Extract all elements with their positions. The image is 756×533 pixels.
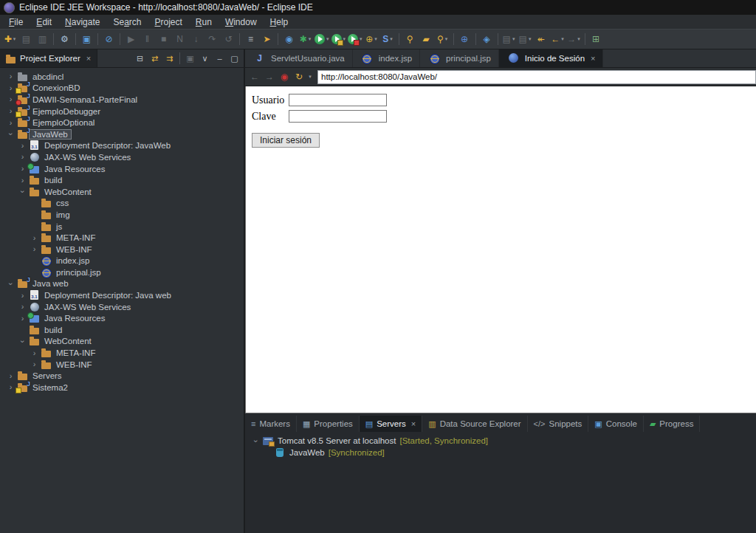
maximize-button[interactable]: ▢ (227, 52, 241, 65)
tree-item-servers[interactable]: ›Servers (0, 370, 244, 382)
tree-chevron-icon[interactable]: › (18, 142, 27, 150)
run-button[interactable]: ▾ (314, 32, 330, 47)
tree-item-webcontent[interactable]: ›WebContent (0, 186, 244, 198)
menu-help[interactable]: Help (264, 16, 295, 28)
use-step-filters-button[interactable]: ≡ (243, 32, 258, 47)
terminate-button[interactable]: ■ (156, 32, 171, 47)
step-into-button[interactable]: ↓ (188, 32, 204, 47)
tree-item-meta-inf[interactable]: ›META-INF (0, 347, 244, 359)
save-button[interactable]: ▤ (18, 32, 34, 47)
tree-item-deployment-descriptor-java-web[interactable]: ›Deployment Descriptor: Java web (0, 289, 244, 301)
tab-data-source-explorer[interactable]: ▥Data Source Explorer (422, 416, 527, 432)
usuario-input[interactable] (289, 94, 387, 106)
editor-tab-servletusuario-java[interactable]: JServletUsuario.java (245, 49, 353, 67)
menu-search[interactable]: Search (106, 16, 148, 28)
build-all-button[interactable]: ⚙ (57, 32, 72, 47)
menu-window[interactable]: Window (219, 16, 264, 28)
tree-item-webcontent[interactable]: ›WebContent (0, 336, 244, 348)
resume-button[interactable]: ▶ (123, 32, 139, 47)
tree-chevron-icon[interactable]: › (18, 314, 27, 323)
tree-item-web-inf[interactable]: ›WEB-INF (0, 359, 244, 371)
tree-item-web-inf[interactable]: ›WEB-INF (0, 244, 244, 255)
browser-forward-icon[interactable]: → (263, 70, 276, 83)
debug-button[interactable]: ✱▾ (298, 32, 313, 47)
search-button[interactable]: ⚲▾ (435, 32, 450, 47)
editor-tab-inicio-de-sesi-n[interactable]: Inicio de Sesión× (499, 49, 604, 67)
tree-chevron-icon[interactable]: › (7, 279, 15, 289)
link-with-editor-button[interactable]: ⇄ (148, 52, 162, 65)
profile-button[interactable]: ▾ (347, 32, 363, 47)
open-perspective-button[interactable]: ⊞ (588, 32, 604, 47)
tree-item-build[interactable]: build (0, 324, 244, 336)
browser-refresh-icon[interactable]: ↻ (292, 70, 306, 83)
tree-chevron-icon[interactable]: › (18, 303, 27, 311)
tree-chevron-icon[interactable]: › (6, 372, 16, 380)
tree-item-deployment-descriptor-javaweb[interactable]: ›Deployment Descriptor: JavaWeb (0, 140, 244, 152)
tree-item-sistema2[interactable]: ›Sistema2 (0, 382, 244, 393)
minimize-button[interactable]: – (213, 52, 227, 65)
browser-stop-icon[interactable]: ◉ (278, 70, 291, 83)
editor-tab-index-jsp[interactable]: index.jsp (353, 49, 420, 67)
editor-tab-principal-jsp[interactable]: principal.jsp (420, 49, 499, 67)
tree-chevron-icon[interactable]: › (30, 234, 39, 242)
open-resource-button[interactable]: ⚲ (402, 32, 418, 47)
last-edit-location-button[interactable]: ↞ (534, 32, 549, 47)
tab-servers[interactable]: ▤Servers× (360, 416, 422, 432)
step-return-button[interactable]: ↺ (221, 32, 236, 47)
disconnect-button[interactable]: N (172, 32, 188, 47)
tree-chevron-icon[interactable]: › (30, 245, 39, 253)
refresh-dropdown-icon[interactable]: ▾ (307, 70, 313, 83)
menu-file[interactable]: File (2, 16, 30, 28)
tree-chevron-icon[interactable]: › (18, 165, 27, 173)
menu-navigate[interactable]: Navigate (58, 16, 106, 28)
run-to-line-button[interactable]: ➤ (259, 32, 275, 47)
tree-chevron-icon[interactable]: › (252, 436, 260, 446)
tree-item-ejemplooptional[interactable]: ›EjemploOptional (0, 117, 244, 128)
tree-item-dawii-semana1-partefinal[interactable]: ›DAWII-Semana1-ParteFinal (0, 94, 244, 106)
tree-item-meta-inf[interactable]: ›META-INF (0, 232, 244, 244)
skip-all-breakpoints-button[interactable]: ⊘ (101, 32, 117, 47)
focus-active-task-button[interactable]: ⇉ (162, 52, 176, 65)
new-wizard-button[interactable]: ✚▾ (2, 32, 18, 47)
tab-project-explorer[interactable]: Project Explorer × (0, 49, 97, 67)
tree-item-principal-jsp[interactable]: principal.jsp (0, 266, 244, 278)
tab-properties[interactable]: ▦Properties (297, 416, 360, 432)
view-menu-button[interactable]: ∨ (198, 52, 212, 65)
previous-annotation-button[interactable]: ▤▾ (501, 32, 517, 47)
tree-chevron-icon[interactable]: › (6, 72, 16, 80)
tree-item-javaweb[interactable]: ›JavaWeb (0, 128, 244, 140)
tree-item-index-jsp[interactable]: index.jsp (0, 255, 244, 267)
tree-chevron-icon[interactable]: › (6, 383, 16, 391)
new-web-wizard-button[interactable]: ⊕▾ (364, 32, 379, 47)
tree-chevron-icon[interactable]: › (6, 107, 16, 115)
collapse-all-button[interactable]: ⊟ (133, 52, 147, 65)
tree-chevron-icon[interactable]: › (18, 176, 27, 185)
close-icon[interactable]: × (591, 54, 595, 63)
back-button[interactable]: ←▾ (550, 32, 566, 47)
tree-chevron-icon[interactable]: › (18, 337, 27, 346)
new-servlet-button[interactable]: S▾ (380, 32, 396, 47)
tree-item-css[interactable]: css (0, 198, 244, 210)
tree-item-ejemplodebugger[interactable]: ›EjemploDebugger (0, 106, 244, 117)
tree-chevron-icon[interactable]: › (30, 349, 39, 357)
terminal-button[interactable]: ▣ (79, 32, 94, 47)
menu-run[interactable]: Run (189, 16, 219, 28)
run-as-button[interactable]: ▾ (331, 32, 347, 47)
tree-chevron-icon[interactable]: › (6, 95, 16, 103)
browser-back-icon[interactable]: ← (248, 70, 261, 83)
open-web-browser-button[interactable]: ⊕ (457, 32, 472, 47)
forward-button[interactable]: →▾ (566, 32, 582, 47)
tree-item-java-resources[interactable]: ›Java Resources (0, 312, 244, 324)
tab-progress[interactable]: ▰Progress (644, 416, 701, 432)
suspend-button[interactable]: ‖ (140, 32, 155, 47)
clave-input[interactable] (289, 110, 387, 123)
save-all-button[interactable]: ▥ (35, 32, 50, 47)
tree-item-conexionbd[interactable]: ›ConexionBD (0, 83, 244, 94)
tree-chevron-icon[interactable]: › (6, 119, 16, 127)
server-item-tomcat-v8-5-server-at-localhost[interactable]: ›Tomcat v8.5 Server at localhost[Started… (245, 435, 756, 447)
tab-markers[interactable]: ≡Markers (245, 416, 297, 432)
tree-item-java-resources[interactable]: ›Java Resources (0, 163, 244, 175)
url-input[interactable] (317, 70, 756, 84)
login-button[interactable]: Iniciar sesión (252, 133, 320, 148)
tree-chevron-icon[interactable]: › (18, 153, 27, 161)
